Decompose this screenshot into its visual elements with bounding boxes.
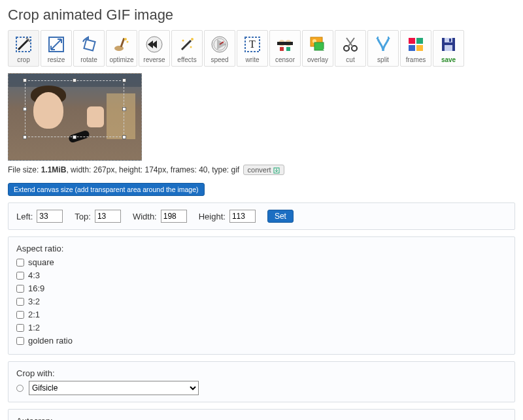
svg-rect-17 [277, 42, 293, 45]
aspect-golden-checkbox[interactable] [16, 337, 24, 345]
svg-point-3 [114, 46, 124, 51]
frames-icon [405, 34, 426, 55]
tool-overlay[interactable]: +overlay [302, 30, 333, 67]
aspect-option-label: golden ratio [28, 334, 73, 347]
svg-rect-28 [409, 45, 415, 51]
tool-resize[interactable]: resize [41, 30, 72, 67]
autocrop-label: Autocrop: [16, 416, 507, 420]
tool-censor[interactable]: censor [269, 30, 301, 67]
tool-label: censor [275, 56, 295, 63]
toolbar: crop resize rotate optimize reverse effe… [8, 30, 515, 67]
crop-handle-sw[interactable] [23, 135, 27, 139]
tool-frames[interactable]: frames [400, 30, 431, 67]
censor-icon [275, 34, 295, 55]
aspect-option-label: 2:1 [28, 308, 40, 321]
image-preview[interactable] [8, 73, 142, 161]
svg-point-10 [190, 46, 192, 48]
tool-label: crop [17, 56, 29, 63]
tool-cut[interactable]: cut [335, 30, 366, 67]
crop-handle-w[interactable] [23, 107, 27, 111]
aspect-option-label: 4:3 [28, 269, 40, 282]
coordinates-panel: Left: Top: Width: Height: Set [8, 202, 515, 230]
tool-effects[interactable]: effects [171, 30, 203, 67]
crop-handle-ne[interactable] [122, 78, 126, 82]
convert-button[interactable]: convert [243, 165, 284, 175]
file-size: 1.1MiB [41, 165, 67, 174]
svg-point-8 [191, 38, 194, 40]
aspect-square-checkbox[interactable] [16, 259, 24, 267]
width-label: Width: [133, 212, 157, 221]
aspect-1-2-checkbox[interactable] [16, 324, 24, 332]
effects-icon [177, 34, 197, 55]
overlay-icon: + [307, 34, 328, 55]
aspect-ratio-panel: Aspect ratio: square 4:3 16:9 3:2 2:1 1:… [8, 236, 515, 355]
tool-write[interactable]: Twrite [237, 30, 268, 67]
tool-label: split [377, 56, 389, 63]
tool-label: frames [406, 56, 426, 63]
tool-optimize[interactable]: optimize [106, 30, 137, 67]
aspect-4-3-checkbox[interactable] [16, 272, 24, 280]
set-button[interactable]: Set [267, 210, 294, 223]
save-icon [438, 34, 459, 55]
aspect-option: square [16, 256, 507, 269]
tool-label: overlay [307, 56, 328, 63]
speed-icon [209, 34, 230, 55]
svg-point-9 [182, 39, 184, 41]
crop-handle-se[interactable] [122, 135, 126, 139]
crop-selection[interactable] [25, 80, 124, 137]
tool-rotate[interactable]: rotate [73, 30, 105, 67]
cut-icon [340, 34, 361, 55]
crop-handle-n[interactable] [73, 78, 76, 82]
svg-rect-18 [280, 47, 284, 51]
aspect-option-label: square [28, 256, 54, 269]
tool-label: optimize [109, 56, 133, 63]
svg-rect-33 [449, 39, 451, 42]
extend-canvas-button[interactable]: Extend canvas size (add transparent area… [8, 183, 205, 196]
aspect-16-9-checkbox[interactable] [16, 285, 24, 293]
svg-rect-31 [445, 38, 452, 42]
crop-with-label: Crop with: [16, 368, 507, 378]
top-input[interactable] [95, 210, 121, 223]
tool-label: resize [48, 56, 65, 63]
svg-rect-26 [409, 38, 415, 44]
tool-label: rotate [80, 56, 97, 63]
crop-with-radio[interactable] [16, 385, 24, 392]
svg-rect-27 [416, 38, 423, 44]
file-info-rest: , width: 267px, height: 174px, frames: 4… [66, 165, 239, 174]
aspect-option: 16:9 [16, 282, 507, 295]
svg-rect-29 [416, 45, 423, 51]
tool-speed[interactable]: speed [204, 30, 235, 67]
tool-crop[interactable]: crop [8, 30, 39, 67]
crop-handle-e[interactable] [122, 107, 126, 111]
svg-point-6 [127, 40, 129, 42]
aspect-option: 3:2 [16, 295, 507, 308]
svg-rect-32 [445, 45, 452, 51]
aspect-option-label: 1:2 [28, 321, 40, 334]
split-icon [373, 34, 394, 55]
aspect-3-2-checkbox[interactable] [16, 298, 24, 306]
svg-text:+: + [323, 45, 327, 53]
optimize-icon [111, 34, 132, 55]
left-label: Left: [16, 212, 33, 221]
tool-label: speed [211, 56, 228, 63]
crop-with-panel: Crop with: Gifsicle [8, 361, 515, 402]
top-label: Top: [75, 212, 91, 221]
write-icon: T [242, 34, 263, 55]
aspect-2-1-checkbox[interactable] [16, 311, 24, 319]
page-title: Crop animated GIF image [8, 7, 515, 24]
crop-with-select[interactable]: Gifsicle [29, 381, 199, 395]
tool-save[interactable]: save [433, 30, 464, 67]
height-input[interactable] [229, 210, 256, 223]
aspect-ratio-label: Aspect ratio: [16, 244, 507, 253]
tool-label: reverse [143, 56, 165, 63]
aspect-option-label: 3:2 [28, 295, 40, 308]
crop-handle-nw[interactable] [23, 78, 27, 82]
height-label: Height: [199, 212, 226, 221]
download-icon [273, 167, 280, 174]
width-input[interactable] [161, 210, 187, 223]
tool-reverse[interactable]: reverse [139, 30, 170, 67]
left-input[interactable] [37, 210, 63, 223]
crop-handle-s[interactable] [73, 135, 76, 139]
tool-split[interactable]: split [367, 30, 399, 67]
aspect-option: 2:1 [16, 308, 507, 321]
